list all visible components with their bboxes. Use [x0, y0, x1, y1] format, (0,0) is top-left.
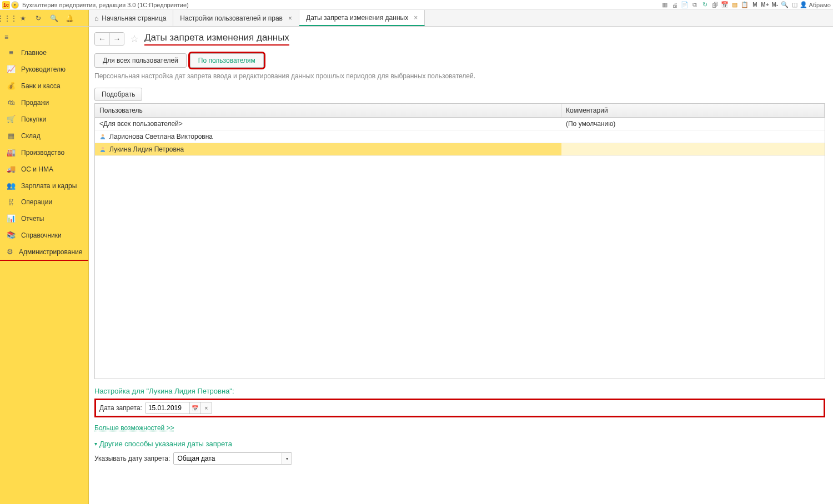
user-icon: [99, 133, 106, 140]
sidebar-item-icon: 🛍: [7, 98, 16, 107]
close-icon[interactable]: ×: [414, 14, 418, 22]
nav-sidebar: ≡ ≡Главное📈Руководителю💰Банк и касса🛍Про…: [0, 27, 89, 504]
app-dropdown-icon[interactable]: ▾: [11, 1, 19, 9]
tab-user-settings[interactable]: Настройки пользователей и прав ×: [173, 10, 299, 26]
view-tab-all-users[interactable]: Для всех пользователей: [94, 53, 187, 68]
specify-value[interactable]: [174, 453, 282, 464]
memory-m-icon[interactable]: M: [750, 1, 759, 9]
toolbar-calc-icon[interactable]: ▤: [730, 1, 739, 9]
sidebar-item-label: Склад: [21, 132, 41, 140]
dropdown-icon[interactable]: ▾: [282, 453, 292, 464]
pick-button[interactable]: Подобрать: [94, 88, 142, 101]
col-header-user[interactable]: Пользователь: [95, 104, 561, 117]
svg-point-0: [102, 134, 104, 137]
sidebar-item-label: Руководителю: [21, 65, 66, 73]
open-tabs: ⌂ Начальная страница Настройки пользоват…: [89, 10, 833, 26]
table-row[interactable]: Ларионова Светлана Викторовна: [95, 130, 825, 143]
col-header-comment[interactable]: Комментарий: [561, 104, 825, 117]
sidebar-item-label: Операции: [21, 198, 52, 206]
cell-comment: (По умолчанию): [561, 118, 825, 130]
notifications-icon[interactable]: 🔔: [64, 13, 74, 23]
sidebar-item-label: Банк и касса: [21, 82, 61, 90]
sidebar-item[interactable]: 📈Руководителю: [0, 61, 88, 78]
home-icon: ⌂: [94, 14, 98, 22]
close-icon[interactable]: ×: [288, 14, 292, 22]
sidebar-item[interactable]: 💰Банк и касса: [0, 78, 88, 94]
sidebar-item[interactable]: 🛒Покупки: [0, 111, 88, 128]
favorite-icon[interactable]: ★: [18, 13, 28, 23]
sidebar-item-icon: 📈: [7, 65, 16, 73]
zoom-icon[interactable]: 🔍: [780, 1, 789, 9]
cell-comment: [561, 130, 825, 143]
calendar-icon[interactable]: 📅: [189, 402, 200, 414]
sidebar-item-icon: 🏭: [7, 148, 16, 157]
tab-dates[interactable]: Даты запрета изменения данных ×: [299, 10, 425, 26]
other-ways-expander[interactable]: ▾ Другие способы указания даты запрета: [94, 440, 825, 448]
memory-mminus-icon[interactable]: M-: [770, 1, 779, 9]
config-section-title: Настройка для "Лукина Лидия Петровна":: [94, 387, 825, 395]
specify-select[interactable]: ▾: [173, 452, 292, 465]
search-icon[interactable]: 🔍: [49, 13, 59, 23]
cell-user: Лукина Лидия Петровна: [95, 143, 561, 155]
memory-mplus-icon[interactable]: M+: [760, 1, 769, 9]
toolbar-compare-icon[interactable]: ⧉: [690, 1, 699, 9]
sidebar-item[interactable]: 👥Зарплата и кадры: [0, 178, 88, 194]
table-row[interactable]: Лукина Лидия Петровна: [95, 143, 825, 156]
hint-text: Персональная настройка дат запрета ввода…: [94, 72, 825, 80]
sidebar-item[interactable]: 📚Справочники: [0, 227, 88, 244]
clear-date-icon[interactable]: ×: [200, 402, 212, 414]
sidebar-item-icon: 📚: [7, 231, 16, 239]
forward-button[interactable]: →: [109, 33, 124, 45]
sidebar-item-label: Администрирование: [19, 248, 82, 256]
sidebar-item-icon: ⚙: [7, 248, 13, 256]
window-title: Бухгалтерия предприятия, редакция 3.0 (1…: [22, 2, 660, 8]
sidebar-item-label: Покупки: [21, 115, 46, 123]
toolbar-print-icon[interactable]: 🖨: [670, 1, 679, 9]
quick-access-bar: ⋮⋮⋮ ★ ↻ 🔍 🔔: [0, 10, 89, 26]
current-user[interactable]: 👤Абрамо: [800, 1, 831, 8]
sidebar-item-label: Производство: [21, 149, 64, 157]
sidebar-item-icon: ▦: [7, 132, 16, 140]
chevron-down-icon: ▾: [94, 441, 97, 447]
toolbar-refresh-icon[interactable]: ↻: [700, 1, 709, 9]
sidebar-item[interactable]: Дт КтОперации: [0, 194, 88, 210]
sidebar-item-icon: 💰: [7, 82, 16, 90]
toolbar-grid-icon[interactable]: ▦: [660, 1, 669, 9]
date-label: Дата запрета:: [99, 404, 142, 412]
view-tab-by-user[interactable]: По пользователям: [190, 53, 264, 68]
sidebar-collapse-icon[interactable]: ≡: [0, 30, 88, 44]
specify-label: Указывать дату запрета:: [94, 455, 170, 462]
sidebar-item-icon: 📊: [7, 214, 16, 223]
sidebar-item-icon: 🛒: [7, 115, 16, 123]
date-input-group: 📅 ×: [145, 402, 212, 414]
toolbar-copy-icon[interactable]: 🗐: [710, 1, 719, 9]
cell-user: Ларионова Светлана Викторовна: [95, 130, 561, 143]
panels-icon[interactable]: ◫: [790, 1, 799, 9]
sidebar-item-icon: 👥: [7, 182, 16, 190]
table-row[interactable]: <Для всех пользователей>(По умолчанию): [95, 118, 825, 130]
tab-label: Начальная страница: [102, 14, 166, 22]
svg-point-1: [102, 147, 104, 149]
sidebar-item[interactable]: ≡Главное: [0, 44, 88, 61]
sidebar-item-label: Главное: [21, 49, 47, 57]
tab-label: Даты запрета изменения данных: [306, 14, 408, 22]
toolbar-clipboard-icon[interactable]: 📋: [740, 1, 749, 9]
date-input[interactable]: [146, 402, 189, 414]
sidebar-item[interactable]: ⚙Администрирование: [0, 244, 88, 261]
tab-home[interactable]: ⌂ Начальная страница: [89, 10, 173, 26]
other-ways-title: Другие способы указания даты запрета: [99, 440, 232, 448]
back-button[interactable]: ←: [95, 33, 109, 45]
more-options-link[interactable]: Больше возможностей >>: [94, 424, 825, 432]
date-config-highlight: Дата запрета: 📅 ×: [94, 399, 825, 417]
sidebar-item[interactable]: 🚚ОС и НМА: [0, 161, 88, 178]
sidebar-item[interactable]: 🏭Производство: [0, 144, 88, 161]
sidebar-item-label: Продажи: [21, 99, 49, 107]
apps-icon[interactable]: ⋮⋮⋮: [2, 13, 12, 23]
toolbar-doc-icon[interactable]: 📄: [680, 1, 689, 9]
sidebar-item[interactable]: 📊Отчеты: [0, 210, 88, 227]
sidebar-item[interactable]: 🛍Продажи: [0, 94, 88, 111]
history-icon[interactable]: ↻: [33, 13, 43, 23]
sidebar-item[interactable]: ▦Склад: [0, 128, 88, 144]
toolbar-calendar-icon[interactable]: 📅: [720, 1, 729, 9]
favorite-star-icon[interactable]: ☆: [130, 33, 139, 45]
